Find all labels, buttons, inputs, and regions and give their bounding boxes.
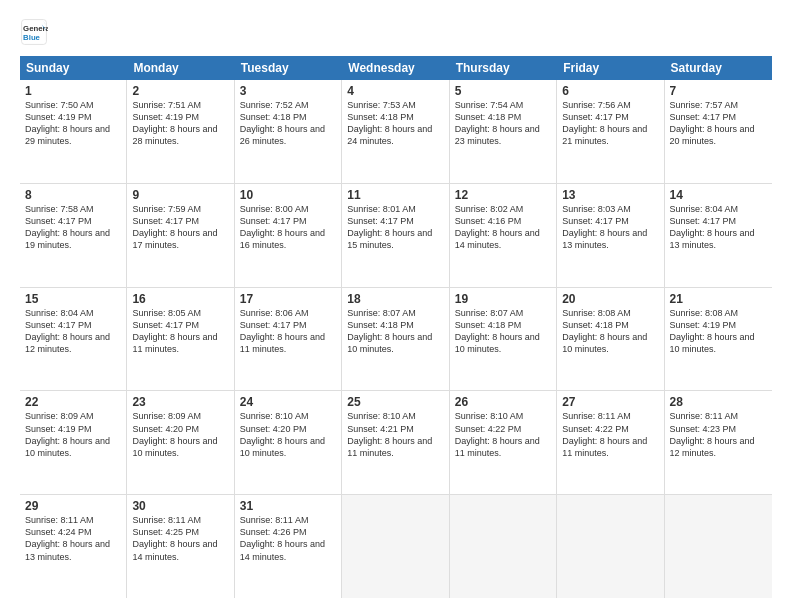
calendar-cell: 27 Sunrise: 8:11 AM Sunset: 4:22 PM Dayl… xyxy=(557,391,664,494)
calendar-week-row: 15 Sunrise: 8:04 AM Sunset: 4:17 PM Dayl… xyxy=(20,288,772,392)
calendar-cell: 25 Sunrise: 8:10 AM Sunset: 4:21 PM Dayl… xyxy=(342,391,449,494)
day-number: 8 xyxy=(25,188,121,202)
day-info: Sunrise: 8:11 AM Sunset: 4:22 PM Dayligh… xyxy=(562,410,658,459)
day-info: Sunrise: 8:00 AM Sunset: 4:17 PM Dayligh… xyxy=(240,203,336,252)
calendar-cell: 5 Sunrise: 7:54 AM Sunset: 4:18 PM Dayli… xyxy=(450,80,557,183)
day-info: Sunrise: 7:53 AM Sunset: 4:18 PM Dayligh… xyxy=(347,99,443,148)
calendar: SundayMondayTuesdayWednesdayThursdayFrid… xyxy=(20,56,772,598)
day-info: Sunrise: 8:01 AM Sunset: 4:17 PM Dayligh… xyxy=(347,203,443,252)
calendar-cell: 3 Sunrise: 7:52 AM Sunset: 4:18 PM Dayli… xyxy=(235,80,342,183)
day-info: Sunrise: 8:10 AM Sunset: 4:22 PM Dayligh… xyxy=(455,410,551,459)
day-info: Sunrise: 7:50 AM Sunset: 4:19 PM Dayligh… xyxy=(25,99,121,148)
day-number: 31 xyxy=(240,499,336,513)
day-number: 4 xyxy=(347,84,443,98)
day-info: Sunrise: 8:02 AM Sunset: 4:16 PM Dayligh… xyxy=(455,203,551,252)
calendar-cell: 9 Sunrise: 7:59 AM Sunset: 4:17 PM Dayli… xyxy=(127,184,234,287)
day-info: Sunrise: 8:09 AM Sunset: 4:20 PM Dayligh… xyxy=(132,410,228,459)
calendar-cell: 2 Sunrise: 7:51 AM Sunset: 4:19 PM Dayli… xyxy=(127,80,234,183)
header: General Blue xyxy=(20,18,772,46)
calendar-cell: 23 Sunrise: 8:09 AM Sunset: 4:20 PM Dayl… xyxy=(127,391,234,494)
calendar-body: 1 Sunrise: 7:50 AM Sunset: 4:19 PM Dayli… xyxy=(20,80,772,598)
day-number: 13 xyxy=(562,188,658,202)
calendar-cell: 22 Sunrise: 8:09 AM Sunset: 4:19 PM Dayl… xyxy=(20,391,127,494)
calendar-cell xyxy=(665,495,772,598)
day-number: 30 xyxy=(132,499,228,513)
calendar-cell: 8 Sunrise: 7:58 AM Sunset: 4:17 PM Dayli… xyxy=(20,184,127,287)
day-number: 12 xyxy=(455,188,551,202)
day-info: Sunrise: 8:11 AM Sunset: 4:25 PM Dayligh… xyxy=(132,514,228,563)
calendar-cell: 16 Sunrise: 8:05 AM Sunset: 4:17 PM Dayl… xyxy=(127,288,234,391)
day-info: Sunrise: 7:59 AM Sunset: 4:17 PM Dayligh… xyxy=(132,203,228,252)
svg-text:Blue: Blue xyxy=(23,33,41,42)
calendar-cell: 20 Sunrise: 8:08 AM Sunset: 4:18 PM Dayl… xyxy=(557,288,664,391)
day-info: Sunrise: 7:57 AM Sunset: 4:17 PM Dayligh… xyxy=(670,99,767,148)
day-info: Sunrise: 8:08 AM Sunset: 4:19 PM Dayligh… xyxy=(670,307,767,356)
calendar-cell xyxy=(557,495,664,598)
calendar-cell xyxy=(342,495,449,598)
day-number: 25 xyxy=(347,395,443,409)
day-info: Sunrise: 8:06 AM Sunset: 4:17 PM Dayligh… xyxy=(240,307,336,356)
day-number: 6 xyxy=(562,84,658,98)
day-info: Sunrise: 7:52 AM Sunset: 4:18 PM Dayligh… xyxy=(240,99,336,148)
day-info: Sunrise: 8:09 AM Sunset: 4:19 PM Dayligh… xyxy=(25,410,121,459)
calendar-header-cell: Wednesday xyxy=(342,56,449,80)
logo: General Blue xyxy=(20,18,52,46)
calendar-cell: 17 Sunrise: 8:06 AM Sunset: 4:17 PM Dayl… xyxy=(235,288,342,391)
day-number: 11 xyxy=(347,188,443,202)
day-number: 24 xyxy=(240,395,336,409)
day-number: 27 xyxy=(562,395,658,409)
day-number: 14 xyxy=(670,188,767,202)
svg-text:General: General xyxy=(23,24,48,33)
calendar-cell: 7 Sunrise: 7:57 AM Sunset: 4:17 PM Dayli… xyxy=(665,80,772,183)
calendar-header-cell: Thursday xyxy=(450,56,557,80)
calendar-cell: 28 Sunrise: 8:11 AM Sunset: 4:23 PM Dayl… xyxy=(665,391,772,494)
calendar-cell: 12 Sunrise: 8:02 AM Sunset: 4:16 PM Dayl… xyxy=(450,184,557,287)
calendar-cell: 13 Sunrise: 8:03 AM Sunset: 4:17 PM Dayl… xyxy=(557,184,664,287)
day-number: 10 xyxy=(240,188,336,202)
calendar-week-row: 29 Sunrise: 8:11 AM Sunset: 4:24 PM Dayl… xyxy=(20,495,772,598)
day-number: 1 xyxy=(25,84,121,98)
day-number: 21 xyxy=(670,292,767,306)
calendar-cell: 14 Sunrise: 8:04 AM Sunset: 4:17 PM Dayl… xyxy=(665,184,772,287)
calendar-cell: 26 Sunrise: 8:10 AM Sunset: 4:22 PM Dayl… xyxy=(450,391,557,494)
day-info: Sunrise: 8:11 AM Sunset: 4:23 PM Dayligh… xyxy=(670,410,767,459)
day-info: Sunrise: 8:11 AM Sunset: 4:26 PM Dayligh… xyxy=(240,514,336,563)
day-number: 16 xyxy=(132,292,228,306)
day-number: 3 xyxy=(240,84,336,98)
calendar-cell: 18 Sunrise: 8:07 AM Sunset: 4:18 PM Dayl… xyxy=(342,288,449,391)
day-info: Sunrise: 8:11 AM Sunset: 4:24 PM Dayligh… xyxy=(25,514,121,563)
calendar-header: SundayMondayTuesdayWednesdayThursdayFrid… xyxy=(20,56,772,80)
calendar-cell: 1 Sunrise: 7:50 AM Sunset: 4:19 PM Dayli… xyxy=(20,80,127,183)
calendar-cell xyxy=(450,495,557,598)
day-info: Sunrise: 7:58 AM Sunset: 4:17 PM Dayligh… xyxy=(25,203,121,252)
day-info: Sunrise: 8:08 AM Sunset: 4:18 PM Dayligh… xyxy=(562,307,658,356)
calendar-cell: 4 Sunrise: 7:53 AM Sunset: 4:18 PM Dayli… xyxy=(342,80,449,183)
calendar-cell: 15 Sunrise: 8:04 AM Sunset: 4:17 PM Dayl… xyxy=(20,288,127,391)
day-number: 29 xyxy=(25,499,121,513)
page: General Blue SundayMondayTuesdayWednesda… xyxy=(0,0,792,612)
day-number: 9 xyxy=(132,188,228,202)
calendar-cell: 31 Sunrise: 8:11 AM Sunset: 4:26 PM Dayl… xyxy=(235,495,342,598)
day-number: 7 xyxy=(670,84,767,98)
calendar-cell: 10 Sunrise: 8:00 AM Sunset: 4:17 PM Dayl… xyxy=(235,184,342,287)
calendar-header-cell: Friday xyxy=(557,56,664,80)
day-info: Sunrise: 8:04 AM Sunset: 4:17 PM Dayligh… xyxy=(25,307,121,356)
calendar-cell: 11 Sunrise: 8:01 AM Sunset: 4:17 PM Dayl… xyxy=(342,184,449,287)
calendar-header-cell: Saturday xyxy=(665,56,772,80)
day-info: Sunrise: 7:54 AM Sunset: 4:18 PM Dayligh… xyxy=(455,99,551,148)
day-info: Sunrise: 7:51 AM Sunset: 4:19 PM Dayligh… xyxy=(132,99,228,148)
day-info: Sunrise: 8:07 AM Sunset: 4:18 PM Dayligh… xyxy=(455,307,551,356)
day-number: 15 xyxy=(25,292,121,306)
day-info: Sunrise: 7:56 AM Sunset: 4:17 PM Dayligh… xyxy=(562,99,658,148)
calendar-week-row: 1 Sunrise: 7:50 AM Sunset: 4:19 PM Dayli… xyxy=(20,80,772,184)
day-number: 20 xyxy=(562,292,658,306)
day-info: Sunrise: 8:04 AM Sunset: 4:17 PM Dayligh… xyxy=(670,203,767,252)
calendar-header-cell: Tuesday xyxy=(235,56,342,80)
day-number: 26 xyxy=(455,395,551,409)
calendar-cell: 24 Sunrise: 8:10 AM Sunset: 4:20 PM Dayl… xyxy=(235,391,342,494)
calendar-cell: 30 Sunrise: 8:11 AM Sunset: 4:25 PM Dayl… xyxy=(127,495,234,598)
calendar-week-row: 8 Sunrise: 7:58 AM Sunset: 4:17 PM Dayli… xyxy=(20,184,772,288)
day-number: 23 xyxy=(132,395,228,409)
day-number: 18 xyxy=(347,292,443,306)
calendar-cell: 29 Sunrise: 8:11 AM Sunset: 4:24 PM Dayl… xyxy=(20,495,127,598)
